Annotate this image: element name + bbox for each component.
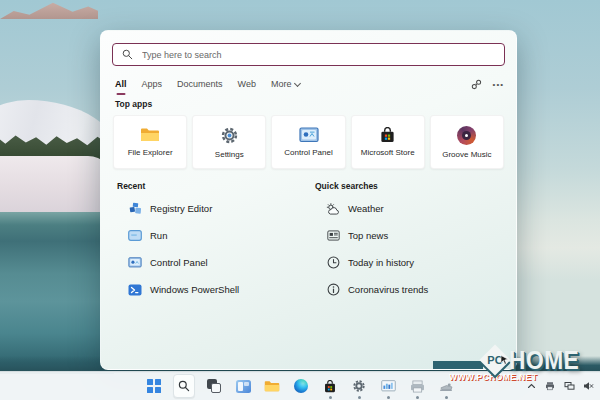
recent-section: Recent Registry Editor Run <box>115 179 313 303</box>
task-view-icon <box>207 379 221 393</box>
system-monitor-icon <box>381 380 396 393</box>
recent-item-registry-editor[interactable]: Registry Editor <box>115 195 313 222</box>
tile-label: Groove Music <box>442 150 491 159</box>
wallpaper-shore-bank <box>0 156 114 216</box>
tab-apps[interactable]: Apps <box>142 79 163 89</box>
recent-item-label: Windows PowerShell <box>150 284 239 295</box>
tray-printer-icon[interactable] <box>544 379 556 393</box>
control-panel-icon <box>128 257 142 268</box>
recent-item-label: Control Panel <box>150 257 208 268</box>
system-tray <box>525 372 594 400</box>
tile-settings[interactable]: Settings <box>192 115 266 169</box>
taskbar-search-button[interactable] <box>173 374 195 398</box>
tile-groove-music[interactable]: Groove Music <box>430 115 504 169</box>
music-disc-icon <box>457 126 476 145</box>
widgets-button[interactable] <box>233 375 253 397</box>
search-filter-tabs: All Apps Documents Web More ••• <box>115 76 504 92</box>
clock-icon <box>327 256 340 269</box>
network-icon[interactable] <box>563 379 575 393</box>
recent-item-windows-powershell[interactable]: Windows PowerShell <box>115 276 313 303</box>
tile-label: Microsoft Store <box>361 148 415 157</box>
control-panel-icon <box>299 127 319 143</box>
tile-label: Control Panel <box>284 148 332 157</box>
chevron-up-icon[interactable] <box>525 379 537 393</box>
search-input[interactable] <box>140 49 495 61</box>
settings-gear-icon <box>352 379 366 393</box>
start-button[interactable] <box>144 375 164 397</box>
tile-label: Settings <box>215 150 244 159</box>
powershell-icon <box>128 284 142 296</box>
file-explorer-icon <box>264 380 280 393</box>
taskbar-settings[interactable] <box>349 375 369 397</box>
tab-documents[interactable]: Documents <box>177 79 223 89</box>
tile-file-explorer[interactable]: File Explorer <box>113 115 187 169</box>
run-window-icon <box>128 230 142 241</box>
gear-icon <box>220 126 239 145</box>
recent-item-control-panel[interactable]: Control Panel <box>115 249 313 276</box>
tile-label: File Explorer <box>128 148 173 157</box>
search-icon <box>122 49 133 60</box>
quick-search-top-news[interactable]: Top news <box>313 222 504 249</box>
quick-search-label: Weather <box>348 203 384 214</box>
taskbar-edge[interactable] <box>291 375 311 397</box>
widgets-icon <box>236 380 251 393</box>
edge-icon <box>294 379 308 393</box>
folder-icon <box>140 127 160 143</box>
recent-item-run[interactable]: Run <box>115 222 313 249</box>
quick-search-today-in-history[interactable]: Today in history <box>313 249 504 276</box>
taskbar-microsoft-store[interactable] <box>320 375 340 397</box>
search-icon <box>178 380 190 392</box>
windows-logo-icon <box>147 379 161 393</box>
wallpaper-lake <box>0 212 114 374</box>
search-panel: All Apps Documents Web More ••• Top apps <box>100 30 517 370</box>
recent-item-label: Run <box>150 230 167 241</box>
tile-microsoft-store[interactable]: Microsoft Store <box>351 115 425 169</box>
quick-search-label: Top news <box>348 230 388 241</box>
taskbar <box>0 371 600 400</box>
registry-icon <box>129 202 142 215</box>
quick-searches-heading: Quick searches <box>315 179 504 192</box>
quick-search-label: Today in history <box>348 257 414 268</box>
tab-all[interactable]: All <box>115 79 127 89</box>
chevron-down-icon <box>294 79 301 86</box>
taskbar-printer[interactable] <box>407 375 427 397</box>
scanner-icon <box>439 380 453 392</box>
tile-control-panel[interactable]: Control Panel <box>271 115 345 169</box>
recent-item-label: Registry Editor <box>150 203 212 214</box>
taskbar-system-monitor[interactable] <box>378 375 398 397</box>
tab-more[interactable]: More <box>271 79 301 89</box>
more-options-icon[interactable]: ••• <box>493 80 504 89</box>
microsoft-store-icon <box>323 380 337 393</box>
task-view-button[interactable] <box>204 375 224 397</box>
taskbar-file-explorer[interactable] <box>262 375 282 397</box>
news-icon <box>327 230 340 241</box>
recent-heading: Recent <box>117 179 313 192</box>
store-bag-icon <box>379 127 396 143</box>
taskbar-scanner[interactable] <box>436 375 456 397</box>
info-icon <box>327 283 340 296</box>
top-apps-heading: Top apps <box>115 99 152 109</box>
quick-searches-section: Quick searches Weather <box>313 179 504 303</box>
account-icon[interactable] <box>471 79 482 90</box>
volume-muted-icon[interactable] <box>582 379 594 393</box>
top-apps-grid: File Explorer Settings <box>113 115 504 169</box>
quick-search-coronavirus-trends[interactable]: Coronavirus trends <box>313 276 504 303</box>
search-box[interactable] <box>112 43 505 66</box>
printer-icon <box>410 380 425 393</box>
tab-more-label: More <box>271 79 292 89</box>
desktop: All Apps Documents Web More ••• Top apps <box>0 0 600 400</box>
tab-web[interactable]: Web <box>238 79 256 89</box>
quick-search-weather[interactable]: Weather <box>313 195 504 222</box>
quick-search-label: Coronavirus trends <box>348 284 428 295</box>
weather-icon <box>326 203 340 215</box>
results-columns: Recent Registry Editor Run <box>115 179 504 303</box>
